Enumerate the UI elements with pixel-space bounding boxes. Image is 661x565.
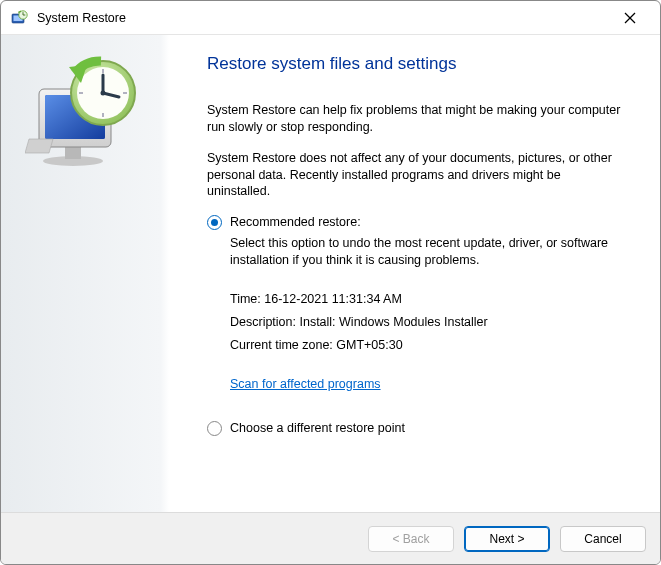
intro-paragraph-1: System Restore can help fix problems tha… — [207, 102, 627, 136]
app-icon — [11, 9, 29, 27]
option-recommended-restore[interactable]: Recommended restore: — [207, 214, 636, 231]
svg-point-21 — [101, 91, 106, 96]
footer: < Back Next > Cancel — [1, 512, 660, 564]
sidebar — [1, 35, 169, 512]
radio-different[interactable] — [207, 421, 222, 436]
cancel-button[interactable]: Cancel — [560, 526, 646, 552]
option-different-restore-point[interactable]: Choose a different restore point — [207, 420, 636, 437]
restore-time: Time: 16-12-2021 11:31:34 AM — [230, 291, 610, 308]
dialog-body: Restore system files and settings System… — [1, 35, 660, 512]
page-title: Restore system files and settings — [207, 53, 636, 76]
restore-timezone: Current time zone: GMT+05:30 — [230, 337, 610, 354]
system-restore-illustration-icon — [25, 53, 145, 176]
radio-recommended[interactable] — [207, 215, 222, 230]
back-button: < Back — [368, 526, 454, 552]
option-different-label: Choose a different restore point — [230, 420, 405, 437]
option-recommended-body: Select this option to undo the most rece… — [230, 235, 610, 410]
window-title: System Restore — [37, 11, 610, 25]
close-icon[interactable] — [610, 4, 650, 32]
intro-paragraph-2: System Restore does not affect any of yo… — [207, 150, 627, 201]
option-recommended-description: Select this option to undo the most rece… — [230, 235, 610, 269]
titlebar: System Restore — [1, 1, 660, 35]
next-button[interactable]: Next > — [464, 526, 550, 552]
restore-description: Description: Install: Windows Modules In… — [230, 314, 610, 331]
system-restore-window: System Restore — [0, 0, 661, 565]
option-recommended-label: Recommended restore: — [230, 214, 361, 231]
content-area: Restore system files and settings System… — [169, 35, 660, 512]
scan-affected-programs-link[interactable]: Scan for affected programs — [230, 376, 381, 393]
